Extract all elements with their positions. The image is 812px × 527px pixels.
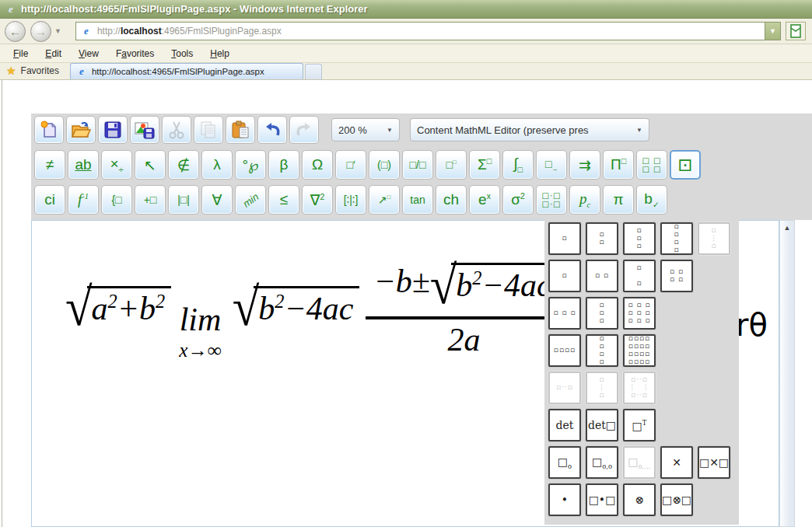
matrix-4x4-button[interactable]: ▫▫▫▫ ▫▫▫▫ ▫▫▫▫ ▫▫▫▫ <box>623 334 656 367</box>
save-as-image-button[interactable] <box>130 116 159 144</box>
dot-button[interactable]: • <box>548 483 581 516</box>
address-dropdown-button[interactable]: ▼ <box>765 23 780 40</box>
not-element-of-button[interactable]: ∉ <box>168 150 199 180</box>
nabla-squared-button[interactable]: ∇2 <box>302 185 333 215</box>
matrix-2x2-button[interactable]: ▫ ▫ ▫ ▫ <box>660 260 693 292</box>
times-divide-button[interactable]: ×÷ <box>101 150 132 180</box>
under-arrow-button[interactable]: □→ <box>536 150 567 180</box>
pi-button[interactable]: π <box>603 185 634 215</box>
parentheses-button[interactable]: (□) <box>369 150 400 180</box>
scroll-up-arrow-icon[interactable]: ▲ <box>780 224 794 232</box>
zoom-select[interactable]: 200 % ▼ <box>331 118 400 141</box>
paste-button[interactable] <box>226 116 255 144</box>
matrix-1x3-icon: ▫ ▫ ▫ <box>553 309 576 317</box>
favorites-button[interactable]: ★ Favorites <box>0 65 67 79</box>
vertical-scrollbar[interactable]: ▲ <box>779 220 795 527</box>
not-equal-button[interactable]: ≠ <box>34 150 65 180</box>
determinant-of-button[interactable]: det□ <box>586 409 618 441</box>
omega-button[interactable]: Ω <box>302 150 333 180</box>
matrix-2x1-button[interactable]: ▫ ▫ <box>623 260 656 292</box>
weierstrass-p-button[interactable]: °℘ <box>235 150 266 180</box>
integral-button[interactable]: ∫□ <box>502 150 534 180</box>
b-check-button[interactable]: b✓ <box>636 185 667 215</box>
new-tab-stub[interactable] <box>305 64 322 79</box>
product-button[interactable]: Π□ <box>603 150 634 180</box>
transpose-button[interactable]: □T <box>623 409 656 441</box>
matrix-1x1-button[interactable]: ▫ <box>548 260 581 292</box>
under-arrow-icon: □→ <box>545 158 558 173</box>
new-document-icon <box>39 120 59 140</box>
matrix-4x1-button[interactable]: ▫ ▫ ▫ ▫ <box>586 334 618 367</box>
lambda-button[interactable]: λ <box>201 150 233 180</box>
vector-1-button[interactable]: ▫ <box>548 222 581 255</box>
dot-product-button[interactable]: □•□ <box>586 483 618 516</box>
ci-identifier-button[interactable]: ci <box>34 185 65 215</box>
matrix-3x1-button[interactable]: ▫ ▫ ▫ <box>586 297 618 330</box>
recent-pages-dropdown[interactable]: ▼ <box>54 27 61 35</box>
menu-tools[interactable]: Tools <box>163 46 201 61</box>
save-button[interactable] <box>98 116 128 144</box>
cross-product-button[interactable]: □✕□ <box>698 446 730 479</box>
ch-button[interactable]: ch <box>436 185 467 215</box>
inverse-function-button[interactable]: f-1 <box>68 185 99 215</box>
menu-help[interactable]: Help <box>201 46 238 61</box>
tensor-product-button[interactable]: □⊗□ <box>660 483 693 516</box>
new-document-button[interactable] <box>34 116 64 144</box>
sigma-squared-button[interactable]: σ2 <box>502 185 534 215</box>
menu-file[interactable]: File <box>5 46 37 61</box>
beta-button[interactable]: β <box>268 150 299 180</box>
identifier-ab-button[interactable]: ab <box>68 150 99 180</box>
arrow-up-left-button[interactable]: ↖ <box>135 150 166 180</box>
undo-button[interactable] <box>257 116 287 144</box>
tan-button[interactable]: tan <box>402 185 433 215</box>
compatibility-view-button[interactable] <box>786 22 806 40</box>
exp-icon: ex <box>478 191 491 208</box>
matrix-3x3-button[interactable]: ▫ ▫ ▫ ▫ ▫ ▫ ▫ ▫ ▫ <box>623 297 656 330</box>
editor-toolbar: 200 % ▼ Content MathML Editor (preserve … <box>31 113 812 220</box>
diagonal-arrow-button[interactable]: ↗□ <box>369 185 400 215</box>
matrix-dots-button[interactable]: □·□ □·□ <box>536 185 567 215</box>
matrix-nx1-icon: ▫ ⋮ ▫ <box>598 376 606 400</box>
superscript-button[interactable]: □□ <box>436 150 467 180</box>
menu-view[interactable]: View <box>70 46 107 61</box>
menu-favorites[interactable]: Favorites <box>107 46 163 61</box>
address-bar[interactable]: e http://localhost:4965/FmlSlPluginPage.… <box>75 22 781 40</box>
augmented-matrix-button[interactable]: [∶|∶] <box>335 185 366 215</box>
map-arrow-button[interactable]: ⇉ <box>569 150 600 180</box>
menu-edit[interactable]: Edit <box>37 46 70 61</box>
plus-box-button[interactable]: +□ <box>135 185 166 215</box>
exp-button[interactable]: ex <box>469 185 500 215</box>
prime-button[interactable]: □′ <box>335 150 366 180</box>
element-subscript-2-button[interactable]: □o,o <box>586 446 618 479</box>
less-equal-icon: ≤ <box>280 191 288 208</box>
vector-3-button[interactable]: ▫ ▫ ▫ <box>623 222 656 255</box>
brace-button[interactable]: {□ <box>101 185 132 215</box>
vector-2-button[interactable]: ▫ ▫ <box>586 222 618 255</box>
min-button[interactable]: min <box>235 185 266 215</box>
vector-2-icon: ▫ ▫ <box>599 231 604 246</box>
fraction-button[interactable]: □/□ <box>402 150 433 180</box>
tensor-button[interactable]: ⊗ <box>623 483 656 516</box>
cross-button[interactable]: ✕ <box>660 446 693 479</box>
vector-n-button: ▫ ⋮ ▫ <box>698 222 730 255</box>
vector-4-button[interactable]: ▫ ▫ ▫ ▫ <box>660 222 693 255</box>
open-file-button[interactable] <box>66 116 96 144</box>
matrix-corners-button[interactable]: □ □ □ □ <box>636 150 667 180</box>
matrix-1x3-button[interactable]: ▫ ▫ ▫ <box>548 297 581 330</box>
back-button[interactable]: ← <box>5 21 26 42</box>
sum-button[interactable]: Σ□ <box>469 150 500 180</box>
forall-button[interactable]: ∀ <box>201 185 233 215</box>
tab-active[interactable]: e http://localhost:4965/FmlSlPluginPage.… <box>70 63 303 79</box>
editor-mode-select[interactable]: Content MathML Editor (preserve pres ▼ <box>410 118 649 141</box>
forward-button[interactable]: → <box>30 21 51 42</box>
determinant-button[interactable]: det <box>548 409 581 441</box>
combination-button[interactable]: pc <box>569 185 600 215</box>
abs-button[interactable]: |□| <box>168 185 199 215</box>
element-subscript-button[interactable]: □o <box>548 446 581 479</box>
determinant-icon: det <box>556 419 574 431</box>
matrix-1x2-button[interactable]: ▫ ▫ <box>586 260 618 292</box>
table-button[interactable]: ⊡ <box>670 150 701 180</box>
open-file-icon <box>70 120 92 140</box>
matrix-1x4-button[interactable]: ▫▫▫▫ <box>548 334 581 367</box>
less-equal-button[interactable]: ≤ <box>268 185 299 215</box>
